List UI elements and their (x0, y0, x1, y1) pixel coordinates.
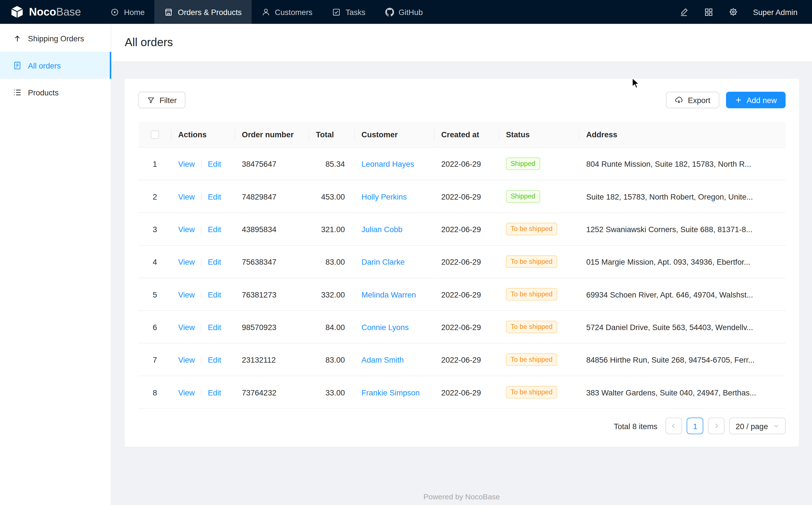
view-link[interactable]: View (178, 322, 195, 331)
page-button-1[interactable]: 1 (687, 417, 704, 434)
status-badge: Shipped (506, 190, 540, 203)
column-header-customer: Customer (355, 122, 435, 148)
customer-link[interactable]: Frankie Simpson (361, 388, 420, 396)
row-index: 6 (139, 311, 172, 343)
edit-link[interactable]: Edit (208, 257, 221, 266)
view-link[interactable]: View (178, 159, 195, 168)
nav-label: Orders & Products (178, 8, 242, 16)
created-at: 2022-06-29 (435, 311, 499, 343)
nocobase-logo[interactable]: NocoBase (0, 0, 91, 24)
nav-item-customers[interactable]: Customers (252, 0, 322, 24)
row-index: 3 (139, 212, 172, 245)
prev-page-button[interactable] (666, 417, 683, 434)
divider (201, 225, 202, 233)
customer-link[interactable]: Connie Lyons (361, 322, 409, 331)
divider (201, 193, 202, 200)
status-badge: Shipped (506, 157, 540, 170)
customer-link[interactable]: Adam Smith (361, 355, 404, 364)
plugins-button[interactable] (696, 0, 721, 24)
created-at: 2022-06-29 (435, 212, 499, 245)
table-row: 3 ViewEdit 43895834 321.00 Julian Cobb 2… (139, 212, 786, 245)
row-index: 1 (139, 148, 172, 180)
list-icon (13, 88, 22, 97)
nav-item-home[interactable]: Home (101, 0, 155, 24)
customer-link[interactable]: Julian Cobb (361, 224, 402, 233)
created-at: 2022-06-29 (435, 180, 499, 212)
sidebar-item-label: Shipping Orders (28, 34, 84, 43)
view-link[interactable]: View (178, 224, 195, 233)
customer-link[interactable]: Darin Clarke (361, 257, 405, 266)
nav-item-tasks[interactable]: Tasks (322, 0, 375, 24)
powered-by-footer: Powered by NocoBase (111, 493, 812, 501)
sidebar-item-products[interactable]: Products (0, 79, 111, 106)
logo-text-primary: Noco (29, 6, 56, 18)
sidebar-item-label: Products (28, 88, 58, 97)
nav-item-orders-products[interactable]: Orders & Products (155, 0, 252, 24)
edit-link[interactable]: Edit (208, 322, 221, 331)
column-header-total: Total (309, 122, 355, 148)
highlighter-icon (679, 8, 688, 16)
logo-text-secondary: Base (56, 6, 81, 18)
address: 5724 Daniel Drive, Suite 563, 54403, Wen… (579, 311, 785, 343)
customer-link[interactable]: Melinda Warren (361, 290, 416, 299)
customer-link[interactable]: Holly Perkins (361, 192, 407, 201)
edit-link[interactable]: Edit (208, 159, 221, 168)
filter-button[interactable]: Filter (139, 92, 186, 109)
ui-editor-button[interactable] (671, 0, 696, 24)
settings-button[interactable] (721, 0, 746, 24)
nav-label: Home (124, 8, 145, 16)
customer-link[interactable]: Leonard Hayes (361, 159, 414, 168)
edit-link[interactable]: Edit (208, 192, 221, 201)
table-row: 8 ViewEdit 73764232 33.00 Frankie Simpso… (139, 376, 786, 408)
main-navigation: Home Orders & Products Customers Tasks (101, 0, 433, 24)
user-menu[interactable]: Super Admin (746, 8, 805, 16)
order-total: 321.00 (309, 212, 355, 245)
chevron-right-icon (713, 423, 720, 430)
page-title: All orders (125, 36, 173, 49)
edit-link[interactable]: Edit (208, 290, 221, 299)
edit-link[interactable]: Edit (208, 388, 221, 396)
select-all-checkbox[interactable] (151, 130, 159, 138)
edit-link[interactable]: Edit (208, 224, 221, 233)
order-total: 33.00 (309, 376, 355, 408)
logo-icon (10, 5, 24, 19)
view-link[interactable]: View (178, 290, 195, 299)
order-total: 453.00 (309, 180, 355, 212)
view-link[interactable]: View (178, 388, 195, 396)
divider (201, 291, 202, 298)
created-at: 2022-06-29 (435, 343, 499, 376)
edit-link[interactable]: Edit (208, 355, 221, 364)
sidebar-item-all-orders[interactable]: All orders (0, 52, 111, 79)
table-header-row: Actions Order number Total Customer Crea… (139, 122, 786, 148)
status-badge: To be shipped (506, 288, 557, 301)
address: 1252 Swaniawski Corners, Suite 688, 8137… (579, 212, 785, 245)
address: 69934 Schoen River, Apt. 646, 49704, Wal… (579, 278, 785, 311)
row-index: 5 (139, 278, 172, 311)
order-number: 73764232 (235, 376, 309, 408)
column-header-created-at: Created at (435, 122, 499, 148)
user-icon (261, 8, 270, 16)
sidebar-item-shipping-orders[interactable]: Shipping Orders (0, 25, 111, 52)
view-link[interactable]: View (178, 192, 195, 201)
chevron-left-icon (670, 423, 678, 430)
column-header-order-number: Order number (235, 122, 309, 148)
view-link[interactable]: View (178, 257, 195, 266)
table-row: 7 ViewEdit 23132112 83.00 Adam Smith 202… (139, 343, 786, 376)
page-size-select[interactable]: 20 / page (729, 417, 786, 434)
order-file-icon (13, 61, 22, 69)
gear-icon (729, 7, 738, 17)
order-number: 38475647 (235, 148, 309, 180)
column-header-status: Status (499, 122, 579, 148)
add-new-button[interactable]: Add new (726, 92, 785, 109)
export-button[interactable]: Export (666, 92, 719, 109)
divider (201, 324, 202, 331)
filter-icon (147, 96, 155, 104)
nav-item-github[interactable]: GitHub (375, 0, 433, 24)
view-link[interactable]: View (178, 355, 195, 364)
sidebar-item-label: All orders (28, 61, 61, 69)
orders-card: Filter Export Add new (125, 79, 799, 447)
next-page-button[interactable] (708, 417, 725, 434)
created-at: 2022-06-29 (435, 245, 499, 278)
app-window: NocoBase Home Orders & Products Cust (0, 0, 812, 505)
page-header: All orders (111, 24, 812, 61)
